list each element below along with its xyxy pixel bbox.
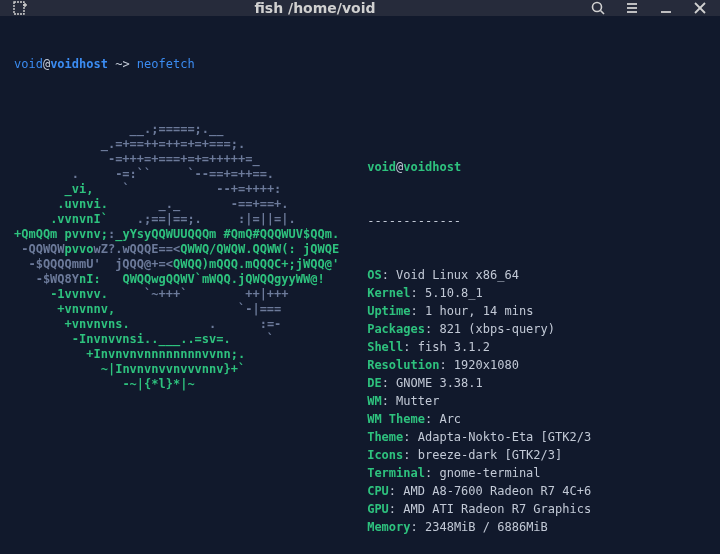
info-host: voidhost: [403, 160, 461, 174]
info-row: Packages: 821 (xbps-query): [367, 320, 607, 338]
system-info: void@voidhost ------------- OS: Void Lin…: [367, 122, 607, 554]
neofetch-output: __.;=====;.__ _.=+==++=++=+=+===;. -=+++…: [14, 122, 706, 554]
search-icon[interactable]: [590, 0, 606, 16]
svg-rect-0: [14, 2, 24, 14]
close-icon[interactable]: [692, 0, 708, 16]
info-row: DE: GNOME 3.38.1: [367, 374, 607, 392]
terminal-body[interactable]: void@voidhost ~> neofetch __.;=====;.__ …: [0, 16, 720, 554]
info-user: void: [367, 160, 396, 174]
info-header: void@voidhost: [367, 158, 607, 176]
new-tab-icon[interactable]: [12, 0, 28, 16]
info-row: WM Theme: Arc: [367, 410, 607, 428]
titlebar-actions: [590, 0, 708, 16]
info-row: Icons: breeze-dark [GTK2/3]: [367, 446, 607, 464]
info-row: Theme: Adapta-Nokto-Eta [GTK2/3: [367, 428, 607, 446]
window-title: fish /home/void: [40, 0, 590, 16]
prompt-command: neofetch: [137, 57, 195, 71]
info-row: OS: Void Linux x86_64: [367, 266, 607, 284]
menu-icon[interactable]: [624, 0, 640, 16]
info-row: Shell: fish 3.1.2: [367, 338, 607, 356]
info-row: Memory: 2348MiB / 6886MiB: [367, 518, 607, 536]
info-row: CPU: AMD A8-7600 Radeon R7 4C+6: [367, 482, 607, 500]
info-row: Uptime: 1 hour, 14 mins: [367, 302, 607, 320]
titlebar: fish /home/void: [0, 0, 720, 16]
prompt-host: voidhost: [50, 57, 108, 71]
terminal-window: fish /home/void void@voidhost ~> neofetc…: [0, 0, 720, 554]
info-separator: -------------: [367, 212, 607, 230]
info-row: WM: Mutter: [367, 392, 607, 410]
prompt-line-1: void@voidhost ~> neofetch: [14, 57, 706, 72]
info-row: GPU: AMD ATI Radeon R7 Graphics: [367, 500, 607, 518]
svg-point-3: [593, 3, 602, 12]
ascii-logo: __.;=====;.__ _.=+==++=++=+=+===;. -=+++…: [14, 122, 339, 554]
info-row: Resolution: 1920x1080: [367, 356, 607, 374]
prompt-user: void: [14, 57, 43, 71]
info-row: Kernel: 5.10.8_1: [367, 284, 607, 302]
svg-line-4: [601, 11, 605, 15]
prompt-path: ~>: [108, 57, 137, 71]
info-row: Terminal: gnome-terminal: [367, 464, 607, 482]
minimize-icon[interactable]: [658, 0, 674, 16]
